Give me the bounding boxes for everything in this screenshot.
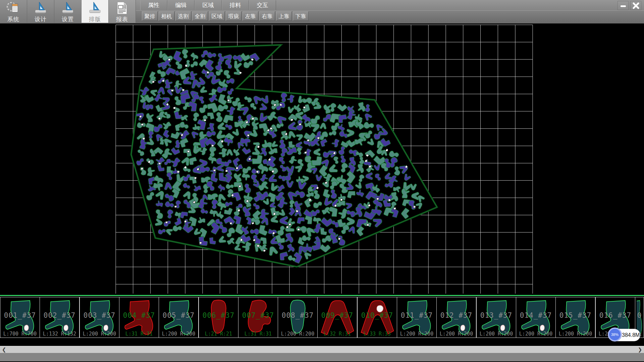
menu-bar: 属性编辑区域排料交互 [140, 0, 276, 10]
piece-lr-count: L:21 R:21 [199, 331, 238, 337]
piece-id-label: 004_#37 [119, 311, 159, 319]
piece-lr-count: L:31 R:31 [119, 331, 159, 337]
menu-item-4[interactable]: 排料 [222, 0, 249, 10]
piece-id-label: 011_#37 [397, 311, 436, 319]
ribbon-tab-label: 系统 [0, 15, 27, 23]
memory-value: 384.8M [622, 329, 639, 341]
piece-id-label: 002_#37 [40, 311, 79, 319]
piece-lr-count: L:32 R:31 [318, 331, 357, 337]
ribbon-tabs: 系统设计设置排版报表 [0, 0, 136, 23]
thumbnail-cell-11[interactable]: 011_#37L:200 R:200 [397, 297, 437, 338]
piece-lr-count: L:200 R:200 [278, 331, 317, 337]
thumbnail-cell-3[interactable]: 003_#37L:200 R:200 [79, 297, 119, 338]
progress-circle[interactable]: 38% [608, 327, 622, 342]
piece-lr-count: L:33 R:33 [358, 331, 397, 337]
thumbnail-cell-9[interactable]: 009_#37L:32 R:31 [317, 297, 357, 338]
progress-percent: 38% [611, 333, 619, 337]
main-canvas[interactable] [0, 23, 644, 295]
strip-top-line [0, 295, 644, 296]
piece-lr-count: L:132 R:132 [40, 331, 79, 337]
thumbnail-cell-5[interactable]: 005_#37L:200 R:200 [159, 297, 199, 338]
report-document-icon [115, 1, 129, 15]
piece-lr-count: L:31 R:31 [238, 331, 278, 337]
title-bar: 系统设计设置排版报表 属性编辑区域排料交互 聚排相机选割全割区域瑕疵左靠右靠上靠… [0, 0, 644, 23]
thumbnail-cell-1[interactable]: 001_#37L:700 R:700 [0, 297, 40, 338]
toolbar-button-3[interactable]: 选割 [175, 11, 191, 21]
piece-lr-count: L:200 R:200 [159, 331, 198, 337]
toolbar-button-2[interactable]: 相机 [159, 11, 174, 21]
piece-id-label: 013_#37 [477, 311, 516, 319]
ribbon-tab-1[interactable]: 系统 [0, 0, 27, 23]
piece-id-label: 003_#37 [80, 311, 119, 319]
piece-lr-count: L:200 R:200 [516, 331, 555, 337]
piece-id-label: 006_#37 [199, 311, 238, 319]
piece-id-label: 012_#37 [437, 311, 476, 319]
piece-id-label: 009_#37 [318, 311, 357, 319]
scroll-right-icon[interactable]: ❯ [636, 346, 644, 353]
piece-lr-count: L:700 R:700 [0, 331, 40, 337]
toolbar-button-8[interactable]: 右靠 [259, 11, 275, 21]
ribbon-tab-label: 排版 [82, 15, 108, 23]
toolbar-button-7[interactable]: 左靠 [243, 11, 258, 21]
piece-id-label: 008_#37 [278, 311, 317, 319]
ribbon-tab-label: 设计 [27, 15, 54, 23]
toolbar-button-4[interactable]: 全割 [192, 11, 208, 21]
ribbon-tab-5[interactable]: 报表 [109, 0, 136, 23]
piece-id-label: 007_#37 [238, 311, 278, 319]
piece-lr-count: L:200 R:200 [477, 331, 516, 337]
menu-item-3[interactable]: 区域 [195, 0, 222, 10]
minimize-button[interactable] [618, 1, 629, 10]
ribbon-tab-3[interactable]: 设置 [54, 0, 82, 23]
piece-lr-count: L:200 R:200 [80, 331, 119, 337]
thumbnail-cell-4[interactable]: 004_#37L:31 R:31 [119, 297, 159, 338]
horizontal-scrollbar[interactable]: ❮ ❯ [0, 346, 644, 353]
piece-id-label: 010_#37 [358, 311, 397, 319]
ribbon-tab-label: 设置 [54, 15, 81, 23]
close-icon [632, 2, 640, 9]
minimize-icon [620, 2, 627, 9]
piece-id-label: 015_#37 [556, 311, 595, 319]
piece-id-label: 0 [635, 311, 644, 319]
settings-setsquare-icon [61, 1, 75, 15]
menu-item-5[interactable]: 交互 [249, 0, 276, 10]
toolbar-buttons: 聚排相机选割全割区域瑕疵左靠右靠上靠下靠 [142, 11, 309, 21]
toolbar-button-5[interactable]: 区域 [209, 11, 225, 21]
piece-id-label: 014_#37 [516, 311, 555, 319]
application-window: 系统设计设置排版报表 属性编辑区域排料交互 聚排相机选割全割区域瑕疵左靠右靠上靠… [0, 0, 644, 362]
design-setsquare-icon [34, 1, 48, 15]
status-bar [0, 353, 644, 361]
thumbnail-cell-14[interactable]: 014_#37L:200 R:200 [516, 297, 556, 338]
thumbnail-cell-13[interactable]: 013_#37L:200 R:200 [476, 297, 516, 338]
piece-lr-count: L:200 R:200 [556, 331, 595, 337]
thumbnail-cell-12[interactable]: 012_#37L:200 R:200 [436, 297, 476, 338]
toolbar-button-10[interactable]: 下靠 [293, 11, 309, 21]
piece-thumbnail-strip: 001_#37L:700 R:700002_#37L:132 R:132003_… [0, 297, 644, 338]
toolbar-button-9[interactable]: 上靠 [276, 11, 292, 21]
close-button[interactable] [630, 1, 641, 10]
ribbon-tab-label: 报表 [109, 15, 136, 23]
thumbnail-cell-2[interactable]: 002_#37L:132 R:132 [40, 297, 79, 338]
thumbnail-cell-10[interactable]: 010_#37L:33 R:33 [357, 297, 397, 338]
thumbnail-cell-8[interactable]: 008_#37L:200 R:200 [278, 297, 318, 338]
piece-id-label: 005_#37 [159, 311, 198, 319]
piece-lr-count: L:200 R:200 [397, 331, 436, 337]
thumbnail-cell-7[interactable]: 007_#37L:31 R:31 [238, 297, 278, 338]
menu-item-2[interactable]: 编辑 [167, 0, 195, 10]
window-controls [618, 1, 641, 10]
thumbnail-cell-15[interactable]: 015_#37L:200 R:200 [555, 297, 595, 338]
piece-id-label: 001_#37 [0, 311, 40, 319]
ribbon-tab-4[interactable]: 排版 [82, 0, 109, 23]
piece-id-label: 016_#37 [596, 311, 635, 319]
scroll-left-icon[interactable]: ❮ [0, 346, 8, 353]
menu-item-1[interactable]: 属性 [140, 0, 167, 10]
ribbon-tab-2[interactable]: 设计 [27, 0, 54, 23]
piece-lr-count: L:200 R:200 [437, 331, 476, 337]
toolbar-button-6[interactable]: 瑕疵 [226, 11, 241, 21]
system-gear-icon [6, 1, 20, 15]
layout-setsquare-icon [88, 1, 102, 15]
toolbar-button-1[interactable]: 聚排 [142, 11, 158, 21]
thumbnail-cell-6[interactable]: 006_#37L:21 R:21 [199, 297, 238, 338]
